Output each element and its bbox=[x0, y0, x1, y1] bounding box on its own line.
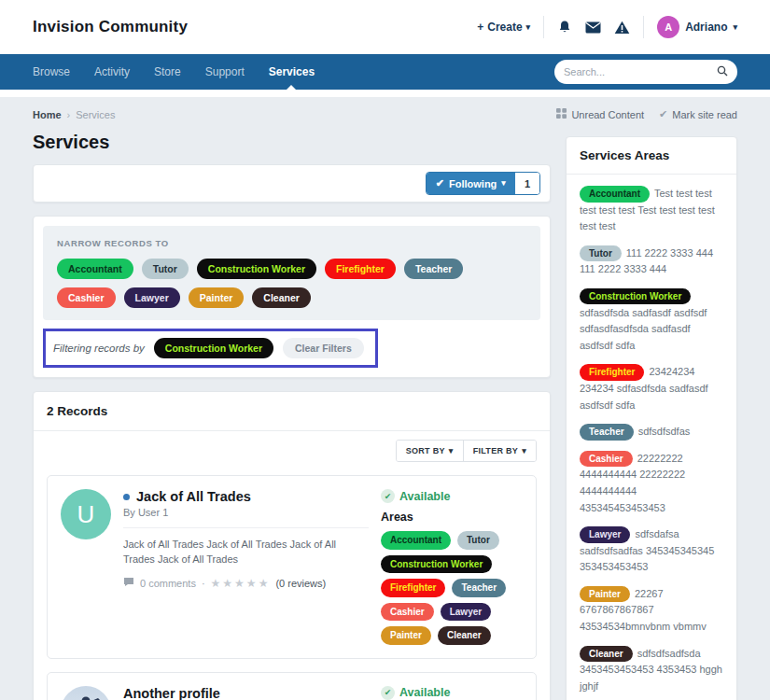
area-tag[interactable]: Cleaner bbox=[438, 626, 491, 645]
sidebar-entry: Tutor111 2222 3333 444 111 2222 3333 444 bbox=[580, 245, 723, 278]
area-tag[interactable]: Construction Worker bbox=[197, 259, 316, 279]
record-avatar[interactable] bbox=[61, 686, 111, 700]
narrow-records-card: NARROW RECORDS TO AccountantTutorConstru… bbox=[33, 216, 551, 378]
area-tag[interactable]: Teacher bbox=[404, 259, 464, 279]
areas-label: Areas bbox=[381, 511, 523, 524]
breadcrumb: Home › Services Unread Content ✔ Mark si… bbox=[0, 97, 770, 120]
site-logo[interactable]: Invision Community bbox=[33, 18, 188, 36]
sidebar-entries: AccountantTest test test test test test … bbox=[567, 175, 736, 700]
records-list: U Jack of All Trades By User 1 Jack of A… bbox=[34, 466, 550, 700]
records-card: 2 Records SORT BY ▾ FILTER BY ▾ bbox=[33, 391, 551, 700]
nav-item-services[interactable]: Services bbox=[269, 54, 315, 90]
record-description: Jack of All Trades Jack of All Trades Ja… bbox=[123, 538, 369, 567]
area-tag[interactable]: Painter bbox=[189, 287, 245, 308]
area-tag[interactable]: Cashier bbox=[381, 603, 434, 622]
rating-stars-icon[interactable]: ★★★★★ bbox=[211, 577, 271, 590]
sidebar-entry: Cashier22222222 4444444444 22222222 4444… bbox=[580, 451, 723, 516]
nav-item-store[interactable]: Store bbox=[154, 54, 181, 90]
area-tag[interactable]: Cleaner bbox=[580, 646, 633, 663]
annotation-highlight-box: Filtering records by Construction Worker… bbox=[43, 329, 378, 368]
available-check-icon: ✔ bbox=[381, 686, 395, 700]
following-label: Following bbox=[449, 178, 497, 189]
record-avatar[interactable]: U bbox=[61, 489, 111, 539]
area-tag[interactable]: Firefighter bbox=[381, 579, 445, 597]
user-avatar: A bbox=[657, 16, 679, 38]
caret-down-icon: ▾ bbox=[522, 447, 526, 455]
search-icon[interactable] bbox=[717, 63, 728, 80]
create-button[interactable]: + Create ▾ bbox=[477, 21, 530, 34]
area-tag[interactable]: Construction Worker bbox=[381, 555, 492, 574]
plus-icon: + bbox=[477, 21, 483, 34]
narrow-records-panel: NARROW RECORDS TO AccountantTutorConstru… bbox=[43, 226, 540, 320]
caret-down-icon: ▾ bbox=[449, 447, 454, 455]
area-tag[interactable]: Painter bbox=[381, 626, 431, 645]
filter-by-button[interactable]: FILTER BY ▾ bbox=[463, 441, 536, 461]
search-box bbox=[554, 60, 737, 84]
unread-dot-icon bbox=[123, 494, 130, 500]
mark-site-read-label: Mark site read bbox=[672, 109, 737, 120]
divider bbox=[543, 16, 544, 38]
record-area-tags: AccountantTutorConstruction WorkerFirefi… bbox=[381, 531, 523, 645]
area-tag[interactable]: Firefighter bbox=[580, 364, 644, 381]
record-byline: By User 1 bbox=[123, 507, 369, 518]
area-tag[interactable]: Accountant bbox=[580, 186, 650, 203]
nav-item-browse[interactable]: Browse bbox=[33, 54, 70, 90]
area-tag[interactable]: Accountant bbox=[381, 531, 451, 550]
record-title-link[interactable]: Jack of All Trades bbox=[136, 489, 251, 504]
divider bbox=[123, 527, 369, 528]
filter-by-label: FILTER BY bbox=[473, 446, 519, 455]
user-menu[interactable]: A Adriano ▾ bbox=[657, 16, 737, 38]
area-tag[interactable]: Firefighter bbox=[325, 259, 396, 279]
area-tag[interactable]: Tutor bbox=[142, 259, 189, 279]
area-tag[interactable]: Cashier bbox=[580, 451, 633, 468]
notifications-bell-icon[interactable] bbox=[557, 20, 572, 35]
search-input[interactable] bbox=[564, 66, 717, 77]
dot-separator: · bbox=[202, 578, 205, 589]
narrow-records-label: NARROW RECORDS TO bbox=[57, 238, 526, 248]
page: Invision Community + Create ▾ bbox=[0, 0, 770, 700]
record-row: U Jack of All Trades By User 1 Jack of A… bbox=[47, 475, 537, 659]
area-tag[interactable]: Tutor bbox=[580, 245, 622, 262]
clear-filters-button[interactable]: Clear Filters bbox=[283, 338, 364, 358]
filtering-by-label: Filtering records by bbox=[53, 343, 145, 354]
records-toolbar: SORT BY ▾ FILTER BY ▾ bbox=[34, 431, 550, 466]
divider bbox=[0, 90, 770, 97]
breadcrumb-home-link[interactable]: Home bbox=[33, 109, 62, 120]
sidebar-entry: AccountantTest test test test test test … bbox=[580, 186, 723, 235]
sort-by-button[interactable]: SORT BY ▾ bbox=[397, 441, 463, 461]
comments-count[interactable]: 0 comments bbox=[140, 578, 196, 589]
sidebar-entry: Firefighter23424234 234234 sdfasdfsda sa… bbox=[580, 364, 723, 413]
area-tag[interactable]: Teacher bbox=[452, 579, 506, 597]
reports-warning-icon[interactable] bbox=[614, 21, 630, 35]
services-areas-widget: Services Areas AccountantTest test test … bbox=[566, 136, 737, 700]
area-tag[interactable]: Cleaner bbox=[252, 287, 311, 308]
unread-content-link[interactable]: Unread Content bbox=[556, 108, 644, 120]
nav-item-activity[interactable]: Activity bbox=[94, 54, 130, 90]
caret-down-icon: ▾ bbox=[733, 23, 737, 32]
divider bbox=[643, 16, 644, 38]
following-count[interactable]: 1 bbox=[515, 173, 539, 194]
following-button[interactable]: ✔ Following ▾ 1 bbox=[426, 172, 540, 195]
record-title-link[interactable]: Another profile bbox=[123, 686, 220, 700]
area-tag[interactable]: Lawyer bbox=[580, 526, 630, 543]
follow-bar: ✔ Following ▾ 1 bbox=[33, 164, 551, 203]
area-tag[interactable]: Lawyer bbox=[124, 287, 180, 308]
chevron-right-icon: › bbox=[67, 109, 71, 120]
area-tag[interactable]: Cashier bbox=[57, 287, 116, 308]
unread-content-label: Unread Content bbox=[571, 109, 644, 120]
active-filter-tag: Construction Worker bbox=[154, 338, 273, 358]
messages-envelope-icon[interactable] bbox=[585, 21, 601, 34]
area-tag[interactable]: Teacher bbox=[580, 424, 634, 441]
check-icon: ✔ bbox=[436, 177, 444, 189]
mark-site-read-link[interactable]: ✔ Mark site read bbox=[659, 108, 737, 120]
caret-down-icon: ▾ bbox=[501, 179, 506, 188]
page-title: Services bbox=[33, 132, 551, 153]
nav-item-support[interactable]: Support bbox=[205, 54, 245, 90]
area-tag[interactable]: Construction Worker bbox=[154, 338, 273, 358]
area-tag[interactable]: Lawyer bbox=[441, 603, 491, 622]
area-tag[interactable]: Accountant bbox=[57, 259, 133, 279]
area-tag[interactable]: Painter bbox=[580, 586, 630, 603]
filter-tag-row: AccountantTutorConstruction WorkerFirefi… bbox=[57, 259, 526, 308]
area-tag[interactable]: Tutor bbox=[457, 531, 499, 550]
area-tag[interactable]: Construction Worker bbox=[580, 288, 691, 305]
